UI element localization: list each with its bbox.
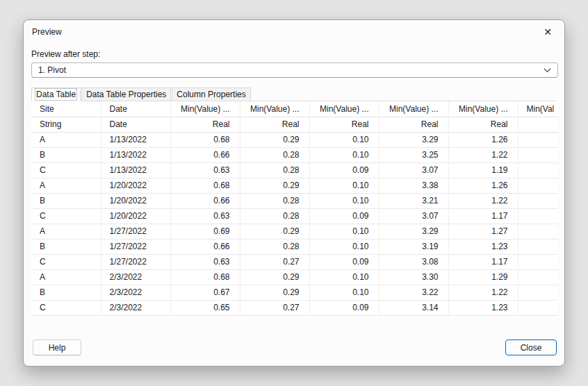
dialog-titlebar: Preview ✕ [24,20,564,44]
column-type: Real [309,117,379,132]
table-cell: 1.23 [448,239,518,254]
preview-after-step-label: Preview after step: [31,49,557,59]
table-cell: 0.29 [240,132,309,147]
table-cell: 3.21 [379,193,448,208]
table-cell: 0.28 [240,208,309,224]
table-cell: 2/3/2022 [101,269,170,285]
table-cell: 3.07 [379,208,448,224]
preview-table-container: SiteDateMin(Value) ...Min(Value) ...Min(… [31,101,558,316]
table-cell: 0.65 [170,300,240,315]
table-cell: 1/27/2022 [101,239,170,254]
table-cell: 0.09 [309,208,379,224]
table-cell: 0.63 [170,254,240,269]
column-type: Real [240,117,309,132]
table-row: A1/27/20220.690.290.103.291.27 [31,224,558,239]
close-icon[interactable]: ✕ [541,26,555,38]
table-cell: 0.66 [170,147,240,162]
table-cell: 0.10 [309,285,379,300]
table-cell: 0.68 [170,269,240,285]
table-cell: 0.29 [240,269,309,285]
table-cell: 1.22 [448,193,518,208]
table-cell: 0.28 [240,147,309,162]
table-row: A1/13/20220.680.290.103.291.26 [31,132,558,147]
column-header: Min(Value) ... [448,101,518,117]
dialog-title: Preview [32,27,62,37]
table-cell: 2/3/2022 [101,300,170,315]
table-cell: 1/20/2022 [101,193,170,208]
table-cell [518,208,558,224]
table-cell: 0.68 [170,178,240,193]
table-cell: 0.66 [170,239,240,254]
table-cell: 0.27 [240,254,309,269]
tab-data-table-properties[interactable]: Data Table Properties [81,87,171,101]
table-cell: 1.19 [448,162,518,178]
table-cell: 0.10 [309,193,379,208]
preview-dialog: Preview ✕ Preview after step: 1. Pivot D… [23,19,565,367]
table-cell: C [31,208,101,224]
table-cell: 0.10 [309,132,379,147]
table-cell [518,224,558,239]
table-cell: A [31,132,101,147]
table-cell: 0.63 [170,162,240,178]
table-header: SiteDateMin(Value) ...Min(Value) ...Min(… [31,101,558,132]
table-row: A1/20/20220.680.290.103.381.26 [31,178,558,193]
column-header: Date [101,101,170,117]
table-cell: 0.29 [240,178,309,193]
table-cell: 3.07 [379,162,448,178]
tab-column-properties[interactable]: Column Properties [172,87,250,101]
table-cell [518,132,558,147]
dialog-body: Preview after step: 1. Pivot Data Table … [24,49,564,316]
table-cell [518,300,558,315]
table-cell: 0.28 [240,162,309,178]
table-cell: 0.10 [309,239,379,254]
table-cell: 3.08 [379,254,448,269]
table-row: B1/27/20220.660.280.103.191.23 [31,239,558,254]
table-cell: 0.69 [170,224,240,239]
table-row: A2/3/20220.680.290.103.301.29 [31,269,558,285]
table-cell: 1.26 [448,132,518,147]
column-type-row: StringDateRealRealRealRealReal [31,117,558,132]
table-cell: 1/20/2022 [101,208,170,224]
table-cell: 1.17 [448,208,518,224]
table-cell: 0.29 [240,285,309,300]
close-button[interactable]: Close [505,339,557,355]
table-cell: 0.66 [170,193,240,208]
table-cell: 3.19 [379,239,448,254]
table-cell: 1/13/2022 [101,147,170,162]
table-cell: 0.29 [240,224,309,239]
column-header: Min(Val [518,101,558,117]
table-cell: 3.22 [379,285,448,300]
table-cell: B [31,147,101,162]
table-row: B2/3/20220.670.290.103.221.22 [31,285,558,300]
column-type: String [31,117,101,132]
table-cell: 0.10 [309,269,379,285]
table-cell: 3.25 [379,147,448,162]
table-body: A1/13/20220.680.290.103.291.26B1/13/2022… [31,132,558,315]
table-cell: A [31,178,101,193]
table-cell: C [31,300,101,315]
help-button[interactable]: Help [33,339,81,355]
table-row: B1/20/20220.660.280.103.211.22 [31,193,558,208]
table-cell: 0.68 [170,132,240,147]
column-header: Min(Value) ... [170,101,240,117]
table-row: C1/20/20220.630.280.093.071.17 [31,208,558,224]
table-cell: 1.27 [448,224,518,239]
table-cell: 3.30 [379,269,448,285]
table-row: C1/13/20220.630.280.093.071.19 [31,162,558,178]
table-cell [518,178,558,193]
table-cell: 1.22 [448,147,518,162]
table-cell: 1.22 [448,285,518,300]
table-cell: 1.23 [448,300,518,315]
column-header: Site [31,101,101,117]
table-cell [518,193,558,208]
table-row: C2/3/20220.650.270.093.141.23 [31,300,558,315]
chevron-down-icon [544,68,551,73]
table-cell: 0.10 [309,224,379,239]
table-cell: 0.67 [170,285,240,300]
table-cell: 3.29 [379,132,448,147]
preview-table: SiteDateMin(Value) ...Min(Value) ...Min(… [31,101,558,316]
table-cell: B [31,193,101,208]
tab-data-table[interactable]: Data Table [31,87,81,101]
step-dropdown[interactable]: 1. Pivot [31,62,558,78]
column-type: Real [448,117,518,132]
